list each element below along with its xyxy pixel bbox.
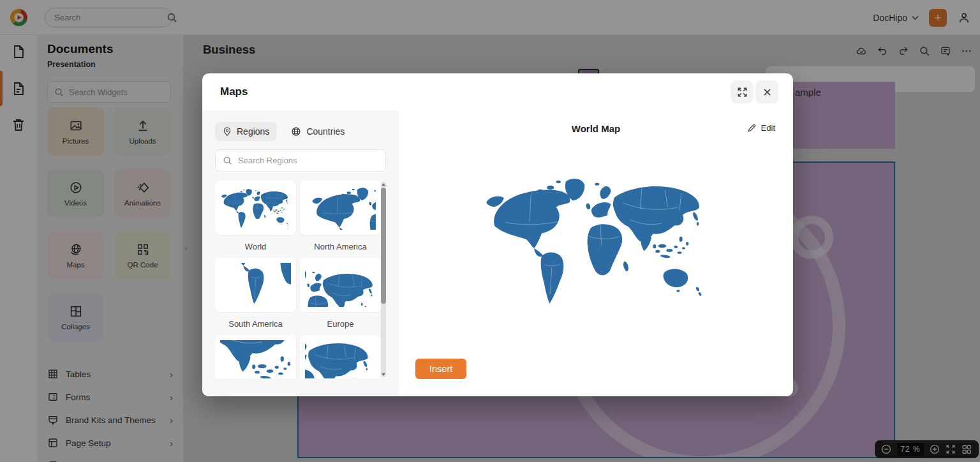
map-thumbnail-list: World North America South America Europe	[215, 181, 386, 378]
expand-icon	[736, 86, 748, 98]
scroll-down-arrow-icon[interactable]	[382, 373, 385, 376]
map-item-south-america[interactable]: South America	[215, 258, 296, 335]
south-america-map-thumb	[220, 263, 291, 307]
edit-map-button[interactable]: Edit	[747, 123, 775, 133]
world-map-preview[interactable]	[482, 165, 709, 312]
modal-header: Maps	[202, 73, 793, 110]
tab-label: Countries	[306, 126, 345, 137]
tab-countries[interactable]: Countries	[283, 122, 352, 141]
map-item-world[interactable]: World	[215, 181, 296, 258]
expand-modal-button[interactable]	[731, 80, 754, 103]
globe-icon	[291, 126, 301, 137]
europe-map-thumb	[305, 263, 376, 307]
southeast-asia-map-thumb	[220, 340, 291, 378]
map-item-label: North America	[300, 235, 381, 258]
modal-title: Maps	[220, 86, 248, 98]
map-item-label: South America	[215, 312, 296, 335]
map-item-label: Europe	[300, 312, 381, 335]
preview-title: World Map	[415, 123, 776, 134]
edit-label: Edit	[761, 123, 775, 133]
asia-map-thumb	[305, 340, 376, 378]
map-preview-panel: World Map Edit Insert	[399, 110, 793, 396]
map-item-southeast-asia[interactable]	[215, 335, 296, 378]
maps-list-panel: Regions Countries World	[202, 110, 399, 396]
region-search	[215, 149, 386, 172]
close-icon	[762, 87, 772, 97]
region-search-input[interactable]	[238, 156, 378, 165]
map-item-north-america[interactable]: North America	[300, 181, 381, 258]
search-icon	[223, 156, 232, 165]
north-america-map-thumb	[305, 186, 376, 230]
maps-tabs: Regions Countries	[215, 122, 386, 141]
tab-label: Regions	[237, 126, 269, 137]
map-item-europe[interactable]: Europe	[300, 258, 381, 335]
pencil-icon	[747, 123, 757, 133]
close-modal-button[interactable]	[755, 80, 778, 103]
map-item-label: World	[215, 235, 296, 258]
maps-modal: Maps Regions Countries	[202, 73, 793, 396]
thumbnail-scrollbar[interactable]	[381, 182, 386, 377]
tab-regions[interactable]: Regions	[215, 122, 277, 141]
map-item-asia[interactable]	[300, 335, 381, 378]
scrollbar-thumb[interactable]	[381, 188, 386, 304]
map-pin-icon	[223, 126, 232, 137]
scroll-up-arrow-icon[interactable]	[382, 183, 385, 186]
insert-button[interactable]: Insert	[415, 359, 466, 379]
world-map-thumb	[220, 186, 291, 230]
